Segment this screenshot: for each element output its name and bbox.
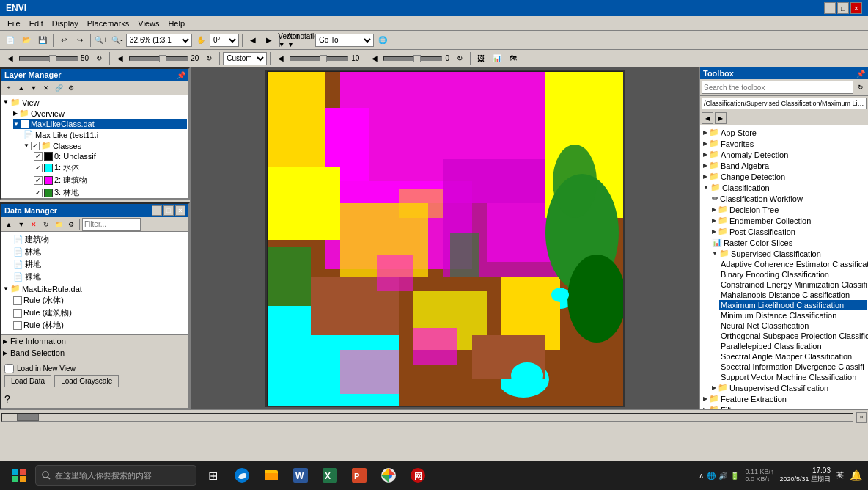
- maximize-button[interactable]: □: [837, 2, 849, 14]
- layer-remove-btn[interactable]: ✕: [40, 82, 52, 94]
- file-info-section[interactable]: ▶ File Information: [1, 335, 188, 347]
- zoom-select[interactable]: 32.6% (1:3.1: [126, 34, 192, 47]
- tb-classification[interactable]: ▼ 📁 Classification: [702, 182, 867, 193]
- rotation-select[interactable]: 0°: [210, 34, 239, 47]
- tb2-icon3[interactable]: 🗺: [506, 51, 521, 66]
- dm-controls[interactable]: _ □ ×: [152, 205, 185, 216]
- close-status-btn[interactable]: ×: [856, 412, 867, 423]
- menu-file[interactable]: File: [3, 18, 25, 29]
- brightness-thumb[interactable]: [320, 55, 327, 62]
- tb-decisiontree[interactable]: ▶ 📁 Decision Tree: [710, 204, 867, 215]
- layer-overview[interactable]: ▶ 📁 Overview: [13, 108, 187, 119]
- undo-btn[interactable]: ↩: [56, 33, 71, 48]
- layer-view[interactable]: ▼ 📁 View: [3, 97, 187, 108]
- layer-link-btn[interactable]: 🔗: [53, 82, 65, 94]
- menu-help[interactable]: Help: [163, 18, 189, 29]
- dm-lindi[interactable]: 📄 林地: [13, 246, 187, 258]
- tb-classworkflow[interactable]: ✏ Classification Workflow: [710, 193, 867, 204]
- toolbox-nav-right[interactable]: ▶: [715, 112, 727, 124]
- dm-maxlikerule[interactable]: ▼ 📁 MaxLikeRule.dat: [3, 283, 187, 294]
- layer-manager-pin[interactable]: 📌: [177, 71, 185, 79]
- excel-icon[interactable]: X: [317, 462, 343, 489]
- word-icon[interactable]: W: [287, 462, 314, 489]
- dm-folder-btn[interactable]: 📁: [53, 219, 65, 230]
- dm-rule-build[interactable]: Rule (建筑物): [13, 307, 187, 319]
- dm-search-input[interactable]: [82, 218, 141, 231]
- dm-delete-btn[interactable]: ✕: [28, 219, 40, 230]
- new-btn[interactable]: 📄: [3, 33, 18, 48]
- tb-adaptive[interactable]: Adaptive Coherence Estimator Classificat: [719, 259, 867, 269]
- tb2-refresh[interactable]: ↻: [92, 51, 106, 66]
- next-btn[interactable]: ▶: [262, 33, 276, 48]
- class2-check[interactable]: [34, 176, 43, 185]
- tb-rastercolor[interactable]: 📊 Raster Color Slices: [710, 237, 867, 248]
- map-canvas[interactable]: [265, 70, 625, 407]
- tb-svm[interactable]: Support Vector Machine Classification: [719, 372, 867, 382]
- load-grayscale-btn[interactable]: Load Grayscale: [54, 375, 119, 387]
- zoom-thumb[interactable]: [159, 55, 166, 62]
- save-btn[interactable]: 💾: [35, 33, 50, 48]
- tb-spectralinfo[interactable]: Spectral Information Divergence Classifi: [719, 362, 867, 372]
- volume-icon[interactable]: 🔊: [718, 472, 727, 480]
- tb2-left3[interactable]: ◀: [273, 51, 288, 66]
- toolbox-nav-left[interactable]: ◀: [702, 112, 713, 124]
- horizontal-scrollbar[interactable]: [1, 413, 853, 422]
- world-btn[interactable]: 🌐: [375, 33, 390, 48]
- title-bar-controls[interactable]: _ □ ×: [824, 2, 862, 14]
- custom-select[interactable]: Custom: [223, 52, 267, 65]
- netease-icon[interactable]: 网: [405, 462, 431, 489]
- dm-minimize-btn[interactable]: _: [152, 205, 162, 216]
- band-select-section[interactable]: ▶ Band Selection: [1, 347, 188, 359]
- tb-anomaly[interactable]: ▶ 📁 Anomaly Detection: [702, 149, 867, 160]
- rule-forest-check[interactable]: [13, 321, 22, 330]
- menu-display[interactable]: Display: [48, 18, 83, 29]
- contrast-slider[interactable]: [383, 56, 442, 61]
- opacity-slider[interactable]: [19, 56, 78, 61]
- task-view-btn[interactable]: ⊞: [199, 462, 226, 489]
- layer-maxlikeclass[interactable]: ▼ MaxLikeClass.dat: [13, 119, 187, 129]
- tb-spectralangleMapper[interactable]: Spectral Angle Mapper Classification: [719, 351, 867, 362]
- dm-close-btn[interactable]: ×: [175, 205, 185, 216]
- pan-btn[interactable]: ✋: [194, 33, 208, 48]
- chrome-icon[interactable]: [375, 462, 402, 489]
- load-new-view-check[interactable]: [4, 364, 14, 373]
- ppt-icon[interactable]: P: [346, 462, 372, 489]
- rule-water-check[interactable]: [13, 296, 22, 305]
- menu-edit[interactable]: Edit: [25, 18, 48, 29]
- rule-build-check[interactable]: [13, 309, 22, 318]
- tb2-left4[interactable]: ◀: [367, 51, 382, 66]
- edge-icon[interactable]: [229, 462, 255, 489]
- layer-add-btn[interactable]: +: [3, 82, 15, 94]
- opacity-thumb[interactable]: [49, 55, 56, 62]
- layer-settings-btn[interactable]: ⚙: [65, 82, 77, 94]
- tb2-icon1[interactable]: 🖼: [474, 51, 488, 66]
- scroll-thumb[interactable]: [17, 414, 39, 421]
- notification-icon[interactable]: 🔔: [850, 469, 862, 481]
- redo-btn[interactable]: ↪: [73, 33, 87, 48]
- brightness-slider[interactable]: [290, 56, 348, 61]
- tb2-left[interactable]: ◀: [3, 51, 18, 66]
- menu-placemarks[interactable]: Placemarks: [83, 18, 133, 29]
- layer-class-1[interactable]: 1: 水体: [34, 161, 187, 174]
- tb-constrained[interactable]: Constrained Energy Minimization Classifi: [719, 279, 867, 290]
- menu-views[interactable]: Views: [133, 18, 163, 29]
- dm-jianzhu[interactable]: 📄 建筑物: [13, 233, 187, 246]
- tb-endmember[interactable]: ▶ 📁 Endmember Collection: [710, 215, 867, 226]
- toolbox-search-input[interactable]: [702, 81, 853, 94]
- contrast-thumb[interactable]: [413, 55, 421, 62]
- tb-parallelepiped[interactable]: Parallelepiped Classification: [719, 341, 867, 351]
- dm-down-btn[interactable]: ▼: [15, 219, 27, 230]
- toolbox-pin[interactable]: 📌: [856, 70, 865, 78]
- tb-feature[interactable]: ▶ 📁 Feature Extraction: [702, 393, 867, 404]
- layer-class-0[interactable]: 0: Unclassif: [34, 151, 187, 161]
- goto-select[interactable]: Go To: [315, 34, 374, 47]
- tb-orthogonal[interactable]: Orthogonal Subspace Projection Classific: [719, 331, 867, 341]
- dm-luodi[interactable]: 📄 裸地: [13, 271, 187, 283]
- tb-bandalgebra[interactable]: ▶ 📁 Band Algebra: [702, 160, 867, 171]
- tb-favorites[interactable]: ▶ 📁 Favorites: [702, 138, 867, 149]
- class1-check[interactable]: [34, 164, 43, 172]
- zoom-slider[interactable]: [129, 56, 188, 61]
- prev-btn[interactable]: ◀: [246, 33, 260, 48]
- clock[interactable]: 17:03 2020/5/31 星期日: [779, 467, 831, 484]
- dm-maximize-btn[interactable]: □: [163, 205, 174, 216]
